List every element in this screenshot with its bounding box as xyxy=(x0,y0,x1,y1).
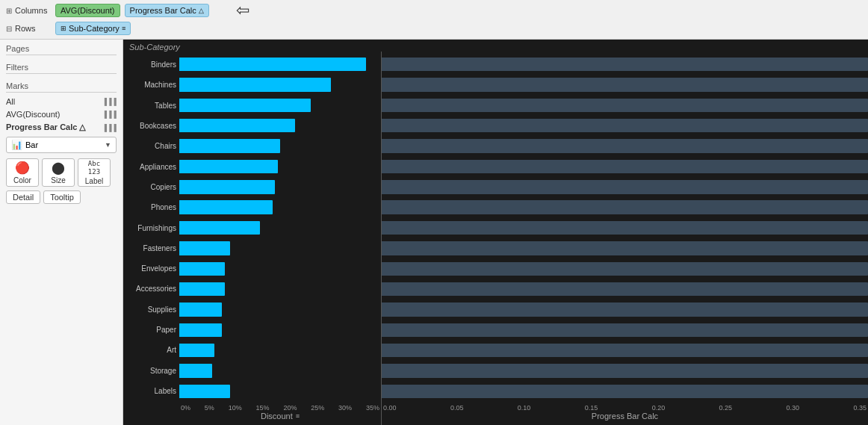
row-label: Envelopes xyxy=(123,258,179,279)
filters-title: Filters xyxy=(6,63,117,74)
progress-bar-row[interactable] xyxy=(382,157,868,176)
columns-label: ⊞ Columns xyxy=(6,6,51,15)
bar-row[interactable] xyxy=(179,238,381,258)
label-button[interactable]: Abc123 Label xyxy=(78,158,111,187)
columns-grid-icon: ⊞ xyxy=(6,7,12,15)
rtick-4: 0.20 xyxy=(652,404,666,412)
bar-row[interactable] xyxy=(179,259,381,279)
progress-bar-row[interactable] xyxy=(382,96,868,115)
tooltip-button[interactable]: Tooltip xyxy=(43,190,81,204)
rows-label: ⊟ Rows xyxy=(6,24,51,33)
left-ticks-row: 0% 5% 10% 15% 20% 25% 30% 35% xyxy=(179,404,381,412)
bar-row[interactable] xyxy=(179,279,381,299)
bar-row[interactable] xyxy=(179,300,381,319)
bar-row[interactable] xyxy=(179,320,381,340)
marks-title: Marks xyxy=(6,81,117,93)
progress-bar-row[interactable] xyxy=(382,177,868,196)
right-axis-label-row: Progress Bar Calc xyxy=(382,412,868,421)
tick-5: 25% xyxy=(311,404,324,412)
rtick-5: 0.25 xyxy=(719,404,733,412)
bar-row[interactable] xyxy=(179,218,381,238)
progress-bar-row[interactable] xyxy=(382,136,868,155)
left-axis-ticks-area: 0% 5% 10% 15% 20% 25% 30% 35% Discount ≡ xyxy=(179,404,381,425)
rtick-3: 0.15 xyxy=(585,404,598,412)
filter-icon: ≡ xyxy=(122,25,125,32)
pill-icon: ⊞ xyxy=(61,25,66,32)
row-label: Supplies xyxy=(123,300,179,320)
progress-bar-calc-pill[interactable]: Progress Bar Calc △ xyxy=(125,4,209,17)
bar-row[interactable] xyxy=(179,177,381,196)
right-bars xyxy=(382,52,868,404)
marks-all-label: All xyxy=(6,97,15,106)
marks-avg-row: AVG(Discount) ▐▐▐ xyxy=(6,109,117,120)
arrow-indicator: ⇦ xyxy=(236,2,249,19)
progress-bar-row[interactable] xyxy=(382,382,868,401)
bar-row[interactable] xyxy=(179,136,381,155)
bar-row[interactable] xyxy=(179,116,381,135)
color-button[interactable]: 🔴 Color xyxy=(6,158,39,187)
bar-row[interactable] xyxy=(179,55,381,74)
marks-all-icon: ▐▐▐ xyxy=(102,98,117,105)
row-label: Bookcases xyxy=(123,116,179,136)
size-button[interactable]: ⬤ Size xyxy=(42,158,75,187)
mark-type-selector[interactable]: 📊 Bar ▼ xyxy=(6,137,117,153)
right-chart xyxy=(382,52,868,404)
sub-category-header: Sub-Category xyxy=(123,43,317,52)
tick-4: 20% xyxy=(283,404,297,412)
bar-chart-icon: 📊 xyxy=(11,140,22,150)
chart-body: BindersMachinesTablesBookcasesChairsAppl… xyxy=(123,52,868,425)
sub-category-pill[interactable]: ⊞ Sub-Category ≡ xyxy=(55,22,131,35)
right-axis-label: Progress Bar Calc xyxy=(592,412,658,421)
tick-0: 0% xyxy=(181,404,190,412)
row-label: Tables xyxy=(123,96,179,116)
progress-bar-row[interactable] xyxy=(382,300,868,319)
row-label: Art xyxy=(123,340,179,360)
row-labels: BindersMachinesTablesBookcasesChairsAppl… xyxy=(123,52,179,404)
progress-bar-row[interactable] xyxy=(382,320,868,340)
rtick-0: 0.00 xyxy=(383,404,397,412)
marks-avg-label: AVG(Discount) xyxy=(6,110,61,119)
tick-6: 30% xyxy=(338,404,352,412)
progress-bar-row[interactable] xyxy=(382,55,868,74)
marks-progress-icon: ▐▐▐ xyxy=(102,124,117,131)
progress-bar-row[interactable] xyxy=(382,238,868,258)
row-label: Storage xyxy=(123,360,179,380)
filter-icon2: ≡ xyxy=(296,412,300,420)
full-bar-area: BindersMachinesTablesBookcasesChairsAppl… xyxy=(123,52,868,404)
bar-type-label: Bar xyxy=(25,140,102,149)
tick-2: 10% xyxy=(229,404,242,412)
rtick-6: 0.30 xyxy=(787,404,800,412)
progress-bar-row[interactable] xyxy=(382,198,868,217)
axis-footer-left-spacer xyxy=(123,404,179,425)
bar-row[interactable] xyxy=(179,157,381,176)
rtick-2: 0.10 xyxy=(518,404,531,412)
progress-bar-row[interactable] xyxy=(382,75,868,94)
chart-header: Sub-Category xyxy=(123,40,868,52)
bar-row[interactable] xyxy=(179,96,381,115)
row-label: Accessories xyxy=(123,279,179,299)
progress-bar-row[interactable] xyxy=(382,259,868,279)
progress-bar-row[interactable] xyxy=(382,116,868,135)
top-bar: ⊞ Columns AVG(Discount) Progress Bar Cal… xyxy=(0,0,868,40)
marks-avg-icon: ▐▐▐ xyxy=(102,111,117,118)
bar-row[interactable] xyxy=(179,75,381,94)
progress-bar-row[interactable] xyxy=(382,279,868,299)
left-bars xyxy=(179,52,381,404)
left-axis-label: Discount xyxy=(261,412,293,421)
bar-row[interactable] xyxy=(179,382,381,401)
avg-discount-pill[interactable]: AVG(Discount) xyxy=(55,4,120,17)
marks-buttons: 🔴 Color ⬤ Size Abc123 Label xyxy=(6,158,117,187)
row-label: Chairs xyxy=(123,136,179,156)
bar-row[interactable] xyxy=(179,341,381,360)
tick-7: 35% xyxy=(366,404,379,412)
label-label: Label xyxy=(85,177,103,185)
marks-detail-row: Detail Tooltip xyxy=(6,190,117,204)
progress-bar-row[interactable] xyxy=(382,361,868,380)
bar-row[interactable] xyxy=(179,198,381,217)
detail-button[interactable]: Detail xyxy=(6,190,40,204)
columns-row: ⊞ Columns AVG(Discount) Progress Bar Cal… xyxy=(6,2,862,19)
progress-bar-row[interactable] xyxy=(382,218,868,238)
progress-bar-row[interactable] xyxy=(382,341,868,360)
tick-1: 5% xyxy=(205,404,214,412)
bar-row[interactable] xyxy=(179,361,381,380)
